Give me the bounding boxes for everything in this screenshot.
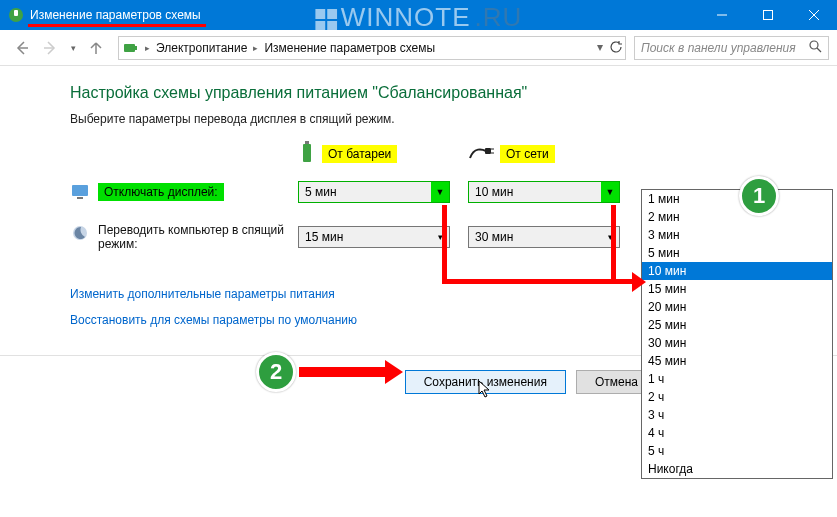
close-button[interactable] <box>791 0 837 30</box>
annotation-arrow <box>299 367 387 377</box>
dropdown-option[interactable]: 3 ч <box>642 406 832 424</box>
dropdown-option[interactable]: 4 ч <box>642 424 832 442</box>
annotation-arrow-head <box>632 272 646 292</box>
svg-rect-1 <box>14 10 18 16</box>
svg-rect-21 <box>72 185 88 196</box>
row-sleep-label: Переводить компьютер в спящий режим: <box>98 223 288 251</box>
maximize-button[interactable] <box>745 0 791 30</box>
chevron-right-icon: ▸ <box>145 43 150 53</box>
dropdown-option[interactable]: 10 мин <box>642 262 832 280</box>
annotation-arrow-head <box>385 360 403 384</box>
moon-icon <box>70 223 90 243</box>
nav-forward-button[interactable] <box>36 34 64 62</box>
dropdown-option[interactable]: 25 мин <box>642 316 832 334</box>
svg-rect-3 <box>327 9 337 19</box>
select-display-battery[interactable]: 5 мин ▼ <box>298 181 450 203</box>
dropdown-option[interactable]: Никогда <box>642 460 832 478</box>
annotation-arrow <box>442 205 447 280</box>
breadcrumb-dropdown-icon[interactable]: ▾ <box>597 40 603 54</box>
dropdown-option[interactable]: 30 мин <box>642 334 832 352</box>
plug-icon <box>468 143 494 164</box>
dropdown-option[interactable]: 5 мин <box>642 244 832 262</box>
svg-rect-17 <box>305 141 309 144</box>
dropdown-option[interactable]: 1 мин <box>642 190 832 208</box>
battery-icon <box>123 40 139 56</box>
column-header-ac: От сети <box>468 143 638 164</box>
dropdown-option[interactable]: 2 ч <box>642 388 832 406</box>
dropdown-option[interactable]: 3 мин <box>642 226 832 244</box>
chevron-down-icon: ▼ <box>601 182 619 202</box>
page-title: Настройка схемы управления питанием "Сба… <box>70 84 767 102</box>
breadcrumb-item-power[interactable]: Электропитание <box>156 41 247 55</box>
chevron-down-icon: ▾ <box>601 227 619 247</box>
svg-rect-13 <box>135 46 137 50</box>
select-sleep-battery[interactable]: 15 мин ▾ <box>298 226 450 248</box>
app-icon <box>8 7 24 23</box>
svg-point-14 <box>810 41 818 49</box>
cursor-icon <box>478 380 494 402</box>
dropdown-option[interactable]: 45 мин <box>642 352 832 370</box>
window-title: Изменение параметров схемы <box>30 8 201 22</box>
watermark: WINNOTE.RU <box>315 2 523 33</box>
battery-icon <box>298 140 316 167</box>
annotation-underline <box>28 24 206 27</box>
nav-back-button[interactable] <box>8 34 36 62</box>
monitor-icon <box>70 182 90 202</box>
time-options-dropdown[interactable]: 1 мин2 мин3 мин5 мин10 мин15 мин20 мин25… <box>641 189 833 479</box>
svg-rect-18 <box>485 148 491 154</box>
nav-recent-button[interactable]: ▾ <box>64 34 82 62</box>
search-placeholder-text: Поиск в панели управления <box>641 41 796 55</box>
svg-rect-12 <box>124 44 135 52</box>
dropdown-option[interactable]: 20 мин <box>642 298 832 316</box>
breadcrumb[interactable]: ▸ Электропитание ▸ Изменение параметров … <box>118 36 626 60</box>
annotation-badge-2: 2 <box>256 352 296 392</box>
svg-rect-7 <box>764 11 773 20</box>
column-header-battery: От батареи <box>298 140 468 167</box>
chevron-down-icon: ▼ <box>431 182 449 202</box>
search-input[interactable]: Поиск в панели управления <box>634 36 829 60</box>
breadcrumb-refresh-icon[interactable] <box>609 40 623 57</box>
svg-rect-16 <box>303 144 311 162</box>
chevron-right-icon: ▸ <box>253 43 258 53</box>
dropdown-option[interactable]: 5 ч <box>642 442 832 460</box>
nav-bar: ▾ ▸ Электропитание ▸ Изменение параметро… <box>0 30 837 66</box>
svg-rect-22 <box>77 197 83 199</box>
annotation-badge-1: 1 <box>739 176 779 216</box>
svg-line-15 <box>817 48 821 52</box>
svg-rect-4 <box>315 21 325 31</box>
annotation-arrow <box>611 205 616 280</box>
svg-rect-5 <box>327 21 337 31</box>
svg-rect-2 <box>315 9 325 19</box>
breadcrumb-item-edit-plan[interactable]: Изменение параметров схемы <box>264 41 435 55</box>
dropdown-option[interactable]: 15 мин <box>642 280 832 298</box>
row-display-label: Отключать дисплей: <box>98 183 224 201</box>
search-icon <box>809 40 822 56</box>
dropdown-option[interactable]: 1 ч <box>642 370 832 388</box>
select-display-ac[interactable]: 10 мин ▼ <box>468 181 620 203</box>
select-sleep-ac[interactable]: 30 мин ▾ <box>468 226 620 248</box>
dropdown-option[interactable]: 2 мин <box>642 208 832 226</box>
nav-up-button[interactable] <box>82 34 110 62</box>
title-bar: Изменение параметров схемы WINNOTE.RU <box>0 0 837 30</box>
annotation-arrow <box>442 279 635 284</box>
page-subtext: Выберите параметры перевода дисплея в сп… <box>70 112 767 126</box>
minimize-button[interactable] <box>699 0 745 30</box>
